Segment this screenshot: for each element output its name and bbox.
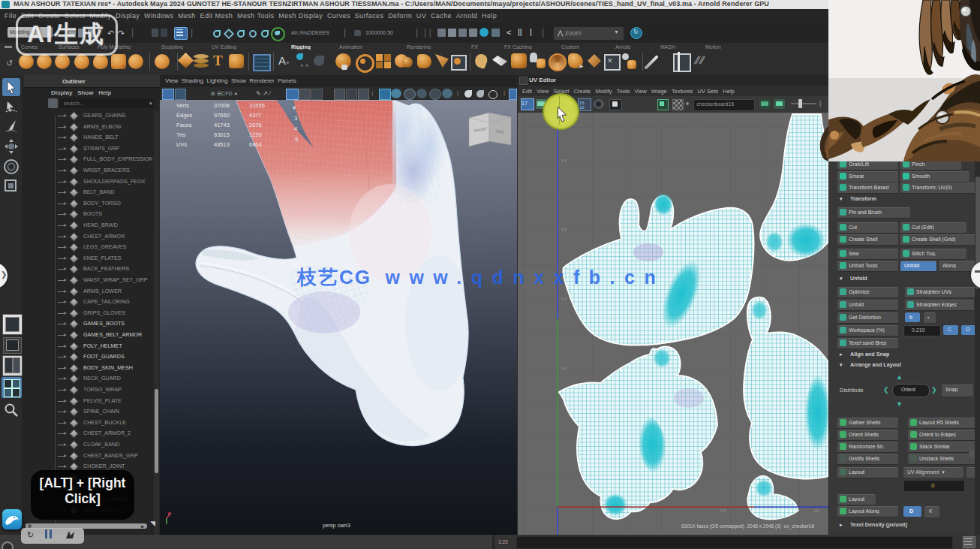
svg-text:0.4: 0.4 (561, 297, 567, 301)
svg-text:1220: 1220 (249, 131, 262, 138)
svg-text:Edges: Edges (176, 112, 193, 119)
svg-text:5: 5 (295, 136, 298, 143)
svg-text:37008: 37008 (214, 102, 230, 109)
svg-text:Verts: Verts (176, 102, 189, 109)
svg-text:0.5: 0.5 (561, 228, 567, 232)
svg-text:41743: 41743 (214, 122, 230, 128)
svg-text:97650: 97650 (214, 112, 230, 119)
svg-text:48513: 48513 (214, 141, 230, 148)
svg-text:persp cam3: persp cam3 (323, 523, 350, 529)
svg-text:4377: 4377 (249, 112, 262, 119)
svg-text:0.8: 0.8 (561, 158, 567, 163)
svg-text:6864: 6864 (249, 141, 262, 148)
svg-text:63015: 63015 (214, 131, 230, 138)
svg-text:Tris: Tris (176, 131, 185, 138)
svg-text:0.2: 0.2 (561, 366, 567, 370)
svg-text:1.0: 1.0 (813, 508, 819, 513)
svg-text:Faces: Faces (176, 122, 192, 128)
svg-text:3: 3 (294, 115, 297, 122)
svg-text:31656: 31656 (249, 102, 265, 109)
svg-text:6301K faces (0/5 unmapped) 20: 6301K faces (0/5 unmapped) 2048 x 2048 (… (681, 523, 814, 529)
svg-text:4: 4 (294, 125, 297, 132)
svg-text:2076: 2076 (249, 122, 262, 128)
svg-text:UVs: UVs (176, 141, 187, 148)
svg-text:0.5: 0.5 (720, 508, 726, 513)
